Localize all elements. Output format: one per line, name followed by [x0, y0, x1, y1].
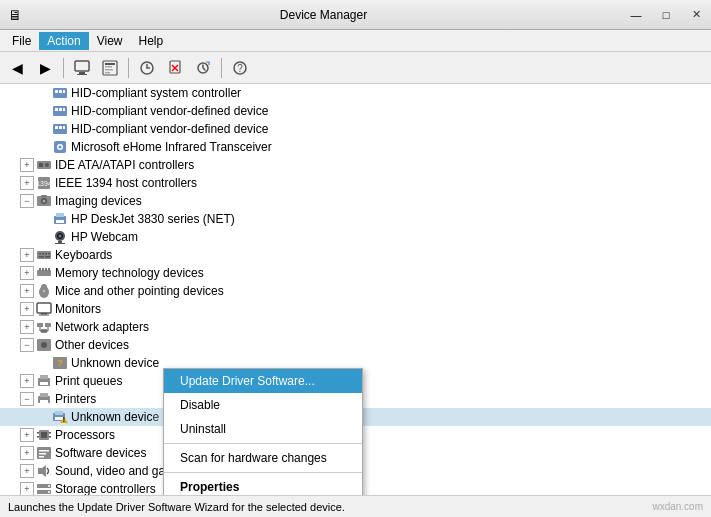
- properties-button[interactable]: [97, 55, 123, 81]
- svg-rect-45: [58, 241, 62, 243]
- svg-rect-91: [49, 436, 51, 438]
- update-driver-button[interactable]: [134, 55, 160, 81]
- svg-rect-0: [75, 61, 89, 71]
- back-button[interactable]: ◀: [4, 55, 30, 81]
- tree-item[interactable]: + 1394 IEEE 1394 host controllers: [0, 174, 711, 192]
- menu-help[interactable]: Help: [131, 32, 172, 50]
- webcam-icon: [52, 229, 68, 245]
- expand-icon[interactable]: +: [20, 374, 34, 388]
- expand-icon[interactable]: +: [20, 284, 34, 298]
- tree-item[interactable]: Microsoft eHome Infrared Transceiver: [0, 138, 711, 156]
- context-menu-sep-1: [164, 443, 362, 444]
- menu-file[interactable]: File: [4, 32, 39, 50]
- menubar: File Action View Help: [0, 30, 711, 52]
- tree-item[interactable]: HID-compliant vendor-defined device: [0, 120, 711, 138]
- menu-view[interactable]: View: [89, 32, 131, 50]
- svg-rect-48: [39, 253, 41, 255]
- svg-rect-93: [39, 450, 49, 452]
- hid-icon3: [52, 121, 68, 137]
- app-icon: 🖥: [8, 7, 22, 23]
- svg-rect-65: [37, 323, 43, 327]
- expand-icon[interactable]: +: [20, 464, 34, 478]
- svg-rect-16: [55, 90, 58, 93]
- tree-item[interactable]: HID-compliant system controller: [0, 84, 711, 102]
- network-icon: [36, 319, 52, 335]
- unknown-icon: ?: [52, 355, 68, 371]
- expand-icon[interactable]: +: [20, 248, 34, 262]
- svg-rect-62: [37, 303, 51, 313]
- tree-item[interactable]: + Network adapters: [0, 318, 711, 336]
- context-menu-uninstall[interactable]: Uninstall: [164, 417, 362, 441]
- svg-point-61: [41, 284, 47, 290]
- svg-rect-25: [59, 126, 62, 129]
- svg-rect-88: [37, 432, 39, 434]
- tree-item[interactable]: + Mice and other pointing devices: [0, 282, 711, 300]
- svg-text:!: !: [63, 416, 65, 423]
- tree-item[interactable]: + Monitors: [0, 300, 711, 318]
- svg-rect-83: [55, 417, 63, 420]
- hid-icon: [52, 85, 68, 101]
- computer-button[interactable]: [69, 55, 95, 81]
- maximize-button[interactable]: □: [651, 0, 681, 29]
- tree-view[interactable]: HID-compliant system controller HID-comp…: [0, 84, 711, 495]
- expand-icon[interactable]: +: [20, 320, 34, 334]
- svg-rect-24: [55, 126, 58, 129]
- close-button[interactable]: ✕: [681, 0, 711, 29]
- svg-text:?: ?: [237, 63, 243, 74]
- svg-rect-95: [39, 456, 44, 458]
- ide-icon: [36, 157, 52, 173]
- tree-item[interactable]: + IDE ATA/ATAPI controllers: [0, 156, 711, 174]
- svg-rect-89: [37, 436, 39, 438]
- context-menu-properties[interactable]: Properties: [164, 475, 362, 495]
- printer-icon: [52, 211, 68, 227]
- context-menu-update-driver[interactable]: Update Driver Software...: [164, 369, 362, 393]
- expand-icon[interactable]: +: [20, 266, 34, 280]
- expand-icon[interactable]: +: [20, 176, 34, 190]
- tree-item[interactable]: + Keyboards: [0, 246, 711, 264]
- scan-button[interactable]: [190, 55, 216, 81]
- tree-item[interactable]: HID-compliant vendor-defined device: [0, 102, 711, 120]
- svg-rect-63: [41, 313, 47, 315]
- context-menu-scan[interactable]: Scan for hardware changes: [164, 446, 362, 470]
- svg-rect-52: [39, 256, 44, 258]
- svg-rect-56: [42, 268, 44, 271]
- context-menu-disable[interactable]: Disable: [164, 393, 362, 417]
- svg-rect-18: [63, 90, 65, 93]
- tree-item[interactable]: − Imaging devices: [0, 192, 711, 210]
- expand-icon[interactable]: −: [20, 194, 34, 208]
- menu-action[interactable]: Action: [39, 32, 88, 50]
- brand-watermark: wxdan.com: [652, 501, 703, 512]
- forward-button[interactable]: ▶: [32, 55, 58, 81]
- tree-item[interactable]: HP DeskJet 3830 series (NET): [0, 210, 711, 228]
- svg-rect-21: [59, 108, 62, 111]
- storage-icon: [36, 481, 52, 495]
- expand-icon[interactable]: −: [20, 338, 34, 352]
- svg-rect-41: [56, 220, 64, 223]
- svg-rect-5: [105, 66, 112, 68]
- tree-item[interactable]: + Memory technology devices: [0, 264, 711, 282]
- print-queues-icon: [36, 373, 52, 389]
- statusbar-text: Launches the Update Driver Software Wiza…: [8, 501, 345, 513]
- toolbar-sep-3: [221, 58, 222, 78]
- svg-point-72: [41, 342, 47, 348]
- svg-rect-26: [63, 126, 65, 129]
- expand-icon[interactable]: +: [20, 302, 34, 316]
- minimize-button[interactable]: —: [621, 0, 651, 29]
- svg-text:1394: 1394: [36, 180, 52, 187]
- other-devices-item[interactable]: − Other devices: [0, 336, 711, 354]
- expand-icon[interactable]: +: [20, 446, 34, 460]
- expand-icon[interactable]: +: [20, 158, 34, 172]
- svg-rect-46: [55, 243, 65, 244]
- expand-icon[interactable]: +: [20, 428, 34, 442]
- svg-rect-94: [39, 453, 46, 455]
- uninstall-button[interactable]: [162, 55, 188, 81]
- svg-rect-57: [45, 268, 47, 271]
- svg-rect-76: [40, 375, 48, 379]
- expand-icon[interactable]: −: [20, 392, 34, 406]
- svg-rect-55: [39, 268, 41, 271]
- tree-item[interactable]: HP Webcam: [0, 228, 711, 246]
- hid-icon2: [52, 103, 68, 119]
- help-button[interactable]: ?: [227, 55, 253, 81]
- expand-icon[interactable]: +: [20, 482, 34, 495]
- svg-rect-77: [40, 382, 48, 385]
